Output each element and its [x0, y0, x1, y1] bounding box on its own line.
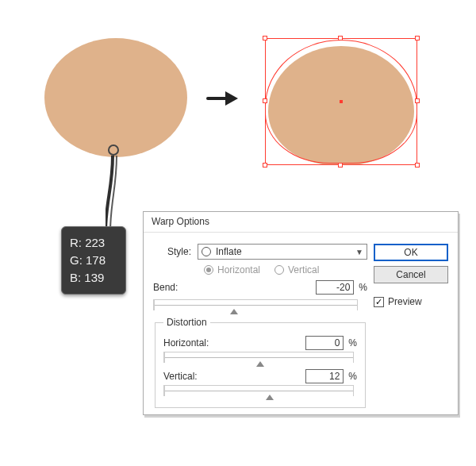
style-value: Inflate: [216, 246, 242, 257]
bbox-handle-br[interactable]: [415, 163, 420, 168]
bbox-handle-tm[interactable]: [338, 36, 343, 40]
bbox-handle-ml[interactable]: [263, 98, 267, 103]
transform-preview: [254, 29, 428, 175]
cancel-button[interactable]: Cancel: [374, 266, 448, 283]
style-label: Style:: [153, 246, 198, 257]
slider-thumb[interactable]: [266, 395, 274, 400]
bbox-handle-bm[interactable]: [338, 163, 343, 168]
ok-button[interactable]: OK: [374, 244, 448, 261]
distortion-group: Distortion Horizontal: 0 %: [155, 317, 366, 408]
color-b: B: 139: [70, 269, 117, 287]
dist-horizontal-slider[interactable]: [163, 352, 354, 363]
bend-input[interactable]: -20: [316, 280, 354, 295]
dist-horizontal-label: Horizontal:: [163, 337, 209, 349]
eyedropper-connector: [106, 156, 120, 232]
checkbox-icon: ✓: [374, 297, 384, 307]
dialog-title: Warp Options: [144, 212, 458, 233]
slider-thumb[interactable]: [256, 361, 264, 367]
preview-label: Preview: [388, 296, 422, 307]
dist-vertical-label: Vertical:: [163, 371, 198, 382]
color-r: R: 223: [70, 234, 117, 252]
dist-vertical-input[interactable]: 12: [305, 369, 344, 383]
warp-options-dialog: Warp Options Style: Inflate ▼ Horizontal: [143, 211, 459, 415]
bbox-handle-tr[interactable]: [415, 36, 420, 40]
bend-label: Bend:: [153, 282, 184, 293]
color-g: G: 178: [70, 252, 117, 269]
arrow-right-icon: [206, 89, 238, 108]
bounding-box[interactable]: [265, 38, 417, 165]
dist-vertical-slider[interactable]: [163, 385, 354, 396]
inflate-icon: [202, 247, 211, 256]
bbox-handle-mr[interactable]: [415, 98, 420, 103]
bend-pct: %: [359, 282, 367, 293]
bbox-handle-bl[interactable]: [263, 163, 267, 168]
color-tooltip: R: 223 G: 178 B: 139: [61, 226, 126, 295]
orientation-horizontal-radio: Horizontal: [204, 264, 260, 275]
dist-horizontal-input[interactable]: 0: [305, 336, 344, 350]
eyedropper-sample-ring: [108, 144, 119, 156]
original-ellipse: [44, 38, 187, 157]
bbox-handle-tl[interactable]: [263, 36, 267, 40]
style-select[interactable]: Inflate ▼: [198, 244, 367, 260]
svg-marker-1: [225, 91, 238, 106]
distortion-legend: Distortion: [163, 317, 210, 328]
radio-dot-icon: [274, 265, 284, 275]
bend-slider[interactable]: [153, 299, 358, 310]
chevron-down-icon: ▼: [355, 248, 363, 256]
orientation-vertical-radio: Vertical: [274, 264, 319, 275]
bbox-center-point[interactable]: [340, 100, 343, 103]
slider-thumb[interactable]: [230, 309, 238, 314]
radio-dot-icon: [204, 265, 213, 275]
preview-checkbox[interactable]: ✓ Preview: [374, 296, 448, 307]
